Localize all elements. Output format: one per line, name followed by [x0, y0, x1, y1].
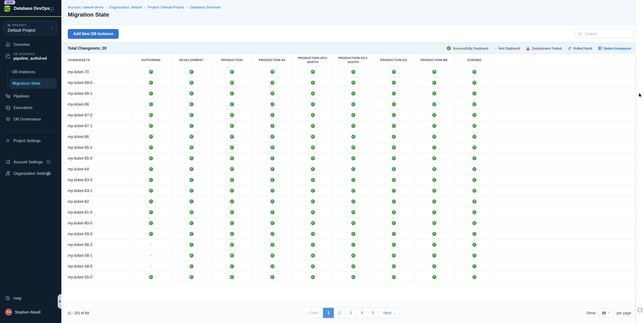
breadcrumb-link[interactable]: Organization: default [109, 5, 142, 9]
db-schemas-label: DB SCHEMAS [14, 52, 47, 56]
success-icon: ✓ [149, 156, 153, 160]
success-icon: ✓ [432, 167, 436, 171]
status-cell-success: ✓ [292, 131, 333, 142]
status-cell-success: ✓ [454, 121, 495, 131]
table-row: my-ticket-68✓✓✓✓✓✓✓✓✓ [61, 99, 635, 110]
pagination-bar: (1 - 20) of 84 ← Prev12345Next → Show 20… [61, 302, 635, 323]
breadcrumb-link[interactable]: Account: satwell-demo [68, 5, 103, 9]
page-size-control: Show 20 ▼ per page [586, 308, 631, 317]
table-row: my-ticket-70✓✓✓✓✓✓✓✓✓ [61, 67, 635, 77]
next-page-button[interactable]: Next → [378, 308, 401, 318]
page-button-2[interactable]: 2 [334, 308, 345, 318]
status-cell-success: ✓ [292, 99, 333, 109]
app-grid-icon[interactable] [50, 7, 54, 12]
success-icon: ✓ [351, 199, 355, 203]
sidebar-item-organization-settings[interactable]: Organization Settings [6, 171, 56, 176]
status-cell-success: ✓ [454, 261, 495, 271]
table-row: my-ticket-60-0✓✓✓✓✓✓✓✓✓ [61, 218, 635, 228]
success-icon: ✓ [392, 210, 396, 214]
search-box[interactable] [575, 29, 632, 38]
success-icon: ✓ [230, 242, 234, 246]
app-title: Database DevOps [14, 6, 50, 11]
changeset-name: my-ticket-60-0 [61, 218, 130, 228]
breadcrumb-link[interactable]: Project: Default Project [148, 5, 184, 9]
sidebar-item-db-governance[interactable]: DB Governance [6, 116, 41, 122]
status-cell-success: ✓ [333, 207, 373, 217]
status-cell-success: ✓ [414, 131, 454, 142]
sidebar-item-project-settings[interactable]: Project Settings [6, 138, 41, 143]
status-cell-success: ✓ [171, 121, 212, 131]
status-cell-success: ✓ [414, 261, 454, 271]
success-icon: ✓ [392, 221, 396, 225]
page-button-3[interactable]: 3 [345, 308, 356, 318]
status-cell-success: ✓ [130, 99, 171, 109]
prev-page-button[interactable]: ← Prev [300, 308, 323, 318]
success-icon: ✓ [311, 242, 315, 246]
table-row: my-ticket-58-0–✓✓✓✓✓✓✓✓ [61, 261, 635, 272]
sidebar-item-db-schemas[interactable]: DB SCHEMAS pipeline_authored › [6, 52, 47, 60]
page-button-4[interactable]: 4 [356, 308, 367, 318]
legend-item: –Not Deployed [494, 46, 520, 50]
success-icon: ✓ [392, 113, 396, 117]
status-cell-success: ✓ [252, 185, 292, 196]
success-icon: ✓ [392, 167, 396, 171]
page-size-select[interactable]: 20 ▼ [598, 308, 614, 317]
page-title: Migration State [68, 12, 635, 18]
project-selector[interactable]: PROJECT Default Project › [3, 21, 57, 35]
status-cell-success: ✓ [252, 121, 292, 131]
sidebar-item-migration-state[interactable]: Migration State [10, 78, 57, 89]
user-menu[interactable]: SA Stephen Atwell [6, 309, 40, 315]
status-cell-success: ✓ [373, 174, 414, 185]
success-icon: ✓ [149, 178, 153, 182]
success-icon: ✓ [230, 91, 234, 95]
status-cell-success: ✓ [252, 250, 292, 260]
status-cell-success: ✓ [252, 153, 292, 163]
success-icon: ✓ [270, 135, 274, 139]
status-cell-success: ✓ [454, 250, 495, 260]
info-icon[interactable] [46, 159, 50, 164]
search-input[interactable] [584, 31, 629, 36]
add-db-instance-button[interactable]: Add New DB Instance [68, 29, 119, 39]
success-icon: ✓ [351, 264, 355, 268]
chevron-right-icon: › [40, 54, 41, 59]
sidebar-item-account-settings[interactable]: Account Settings [6, 159, 56, 164]
status-cell-success: ✓ [292, 142, 333, 153]
success-icon: ✓ [472, 253, 476, 257]
success-icon: ✓ [270, 232, 274, 236]
success-icon: ✓ [149, 81, 153, 85]
sidebar-item-overview[interactable]: Overview [6, 42, 30, 47]
support-chat-icon[interactable] [637, 307, 643, 314]
success-icon: ✓ [311, 264, 315, 268]
status-cell-success: ✓ [333, 131, 373, 142]
success-icon: ✓ [230, 275, 234, 279]
changeset-name: my-ticket-59-0 [61, 228, 130, 239]
status-cell-success: ✓ [454, 142, 495, 153]
select-instances-button[interactable]: Select Instances [598, 46, 631, 50]
breadcrumb-link[interactable]: Database Schemas [190, 5, 221, 9]
sidebar-item-pipelines[interactable]: Pipelines [6, 94, 29, 98]
success-icon: ✓ [270, 242, 274, 246]
column-header: STAGING [454, 54, 495, 66]
success-icon: ✓ [351, 81, 355, 85]
mouse-cursor [638, 93, 643, 100]
success-icon: ✓ [432, 81, 436, 85]
success-icon: ✓ [472, 242, 476, 246]
success-icon: ✓ [392, 156, 396, 160]
avatar: SA [6, 309, 12, 315]
page-button-1[interactable]: 1 [323, 308, 334, 318]
sidebar-item-executions[interactable]: Executions [6, 105, 32, 110]
success-icon: ✓ [189, 199, 193, 203]
page-button-5[interactable]: 5 [367, 308, 378, 318]
not-deployed-dash-icon: – [150, 243, 152, 246]
user-name: Stephen Atwell [15, 310, 40, 314]
info-icon[interactable] [46, 171, 50, 176]
success-icon: ✓ [189, 156, 193, 160]
scrollbar-gutter[interactable] [635, 0, 644, 323]
changeset-name: my-ticket-63-1 [61, 185, 130, 196]
status-cell-success: ✓ [373, 261, 414, 271]
changeset-name: my-ticket-65-1 [61, 142, 130, 153]
sidebar-item-db-instances[interactable]: DB Instances [12, 70, 35, 74]
sidebar-collapse-handle[interactable]: ◀ [58, 294, 61, 309]
status-cell-success: ✓ [252, 164, 292, 174]
sidebar-item-help[interactable]: Help [6, 296, 22, 301]
